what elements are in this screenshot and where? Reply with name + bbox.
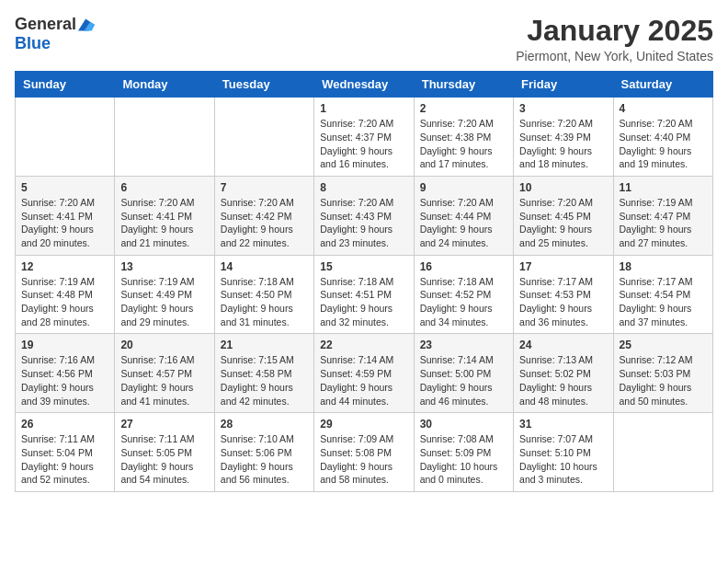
- calendar-cell: 11Sunrise: 7:19 AM Sunset: 4:47 PM Dayli…: [613, 176, 712, 255]
- day-number: 3: [519, 102, 607, 115]
- day-number: 10: [519, 181, 607, 194]
- page-title: January 2025: [516, 15, 713, 47]
- day-info: Sunrise: 7:18 AM Sunset: 4:50 PM Dayligh…: [221, 275, 308, 329]
- day-info: Sunrise: 7:20 AM Sunset: 4:39 PM Dayligh…: [519, 117, 607, 171]
- day-number: 18: [620, 260, 707, 273]
- day-info: Sunrise: 7:15 AM Sunset: 4:58 PM Dayligh…: [221, 353, 308, 408]
- calendar-table: SundayMondayTuesdayWednesdayThursdayFrid…: [15, 71, 713, 492]
- calendar-cell: 24Sunrise: 7:13 AM Sunset: 5:02 PM Dayli…: [514, 334, 613, 413]
- calendar-cell: [16, 98, 115, 177]
- calendar-cell: 5Sunrise: 7:20 AM Sunset: 4:41 PM Daylig…: [16, 176, 115, 255]
- day-number: 25: [620, 339, 707, 351]
- calendar-cell: 3Sunrise: 7:20 AM Sunset: 4:39 PM Daylig…: [514, 98, 613, 177]
- logo-general: General: [15, 15, 76, 34]
- day-number: 11: [620, 181, 707, 194]
- calendar-week-row: 5Sunrise: 7:20 AM Sunset: 4:41 PM Daylig…: [16, 176, 713, 255]
- day-info: Sunrise: 7:08 AM Sunset: 5:09 PM Dayligh…: [420, 432, 507, 487]
- logo-blue: Blue: [15, 34, 51, 53]
- day-number: 20: [120, 339, 208, 351]
- day-info: Sunrise: 7:20 AM Sunset: 4:41 PM Dayligh…: [21, 196, 108, 250]
- day-number: 31: [519, 418, 607, 431]
- calendar-cell: 26Sunrise: 7:11 AM Sunset: 5:04 PM Dayli…: [16, 413, 115, 492]
- calendar-week-row: 19Sunrise: 7:16 AM Sunset: 4:56 PM Dayli…: [16, 334, 713, 413]
- day-info: Sunrise: 7:16 AM Sunset: 4:56 PM Dayligh…: [21, 353, 108, 408]
- day-number: 19: [21, 339, 108, 351]
- calendar-header-friday: Friday: [514, 72, 613, 98]
- calendar-header-wednesday: Wednesday: [314, 72, 414, 98]
- day-number: 23: [420, 339, 507, 351]
- page-subtitle: Piermont, New York, United States: [516, 49, 713, 63]
- day-info: Sunrise: 7:17 AM Sunset: 4:54 PM Dayligh…: [620, 275, 707, 329]
- day-info: Sunrise: 7:20 AM Sunset: 4:45 PM Dayligh…: [519, 196, 607, 250]
- calendar-cell: 2Sunrise: 7:20 AM Sunset: 4:38 PM Daylig…: [414, 98, 513, 177]
- day-info: Sunrise: 7:20 AM Sunset: 4:42 PM Dayligh…: [221, 196, 308, 250]
- calendar-week-row: 12Sunrise: 7:19 AM Sunset: 4:48 PM Dayli…: [16, 255, 713, 334]
- day-number: 5: [21, 181, 108, 194]
- day-number: 6: [120, 181, 208, 194]
- calendar-header-row: SundayMondayTuesdayWednesdayThursdayFrid…: [16, 72, 713, 98]
- calendar-cell: 7Sunrise: 7:20 AM Sunset: 4:42 PM Daylig…: [214, 176, 313, 255]
- calendar-cell: 16Sunrise: 7:18 AM Sunset: 4:52 PM Dayli…: [414, 255, 513, 334]
- page-header: General Blue January 2025 Piermont, New …: [15, 15, 713, 63]
- calendar-cell: 14Sunrise: 7:18 AM Sunset: 4:50 PM Dayli…: [214, 255, 313, 334]
- day-info: Sunrise: 7:20 AM Sunset: 4:37 PM Dayligh…: [320, 117, 407, 171]
- day-number: 2: [420, 102, 507, 115]
- calendar-cell: 27Sunrise: 7:11 AM Sunset: 5:05 PM Dayli…: [115, 413, 214, 492]
- day-number: 26: [21, 418, 108, 431]
- calendar-cell: [115, 98, 214, 177]
- day-number: 17: [519, 260, 607, 273]
- day-number: 8: [320, 181, 407, 194]
- calendar-cell: 15Sunrise: 7:18 AM Sunset: 4:51 PM Dayli…: [314, 255, 414, 334]
- calendar-cell: 30Sunrise: 7:08 AM Sunset: 5:09 PM Dayli…: [414, 413, 513, 492]
- day-number: 15: [320, 260, 407, 273]
- calendar-header-saturday: Saturday: [613, 72, 712, 98]
- day-info: Sunrise: 7:07 AM Sunset: 5:10 PM Dayligh…: [519, 432, 607, 487]
- calendar-header-tuesday: Tuesday: [214, 72, 313, 98]
- day-number: 13: [120, 260, 208, 273]
- day-info: Sunrise: 7:20 AM Sunset: 4:44 PM Dayligh…: [420, 196, 507, 250]
- day-info: Sunrise: 7:20 AM Sunset: 4:38 PM Dayligh…: [420, 117, 507, 171]
- day-number: 14: [221, 260, 308, 273]
- calendar-cell: 10Sunrise: 7:20 AM Sunset: 4:45 PM Dayli…: [514, 176, 613, 255]
- day-info: Sunrise: 7:20 AM Sunset: 4:40 PM Dayligh…: [620, 117, 707, 171]
- calendar-cell: 23Sunrise: 7:14 AM Sunset: 5:00 PM Dayli…: [414, 334, 513, 413]
- calendar-cell: 12Sunrise: 7:19 AM Sunset: 4:48 PM Dayli…: [16, 255, 115, 334]
- calendar-cell: 19Sunrise: 7:16 AM Sunset: 4:56 PM Dayli…: [16, 334, 115, 413]
- day-info: Sunrise: 7:18 AM Sunset: 4:52 PM Dayligh…: [420, 275, 507, 329]
- calendar-cell: 17Sunrise: 7:17 AM Sunset: 4:53 PM Dayli…: [514, 255, 613, 334]
- day-number: 27: [120, 418, 208, 431]
- day-number: 16: [420, 260, 507, 273]
- day-number: 4: [620, 102, 707, 115]
- day-number: 30: [420, 418, 507, 431]
- calendar-cell: 6Sunrise: 7:20 AM Sunset: 4:41 PM Daylig…: [115, 176, 214, 255]
- calendar-cell: 9Sunrise: 7:20 AM Sunset: 4:44 PM Daylig…: [414, 176, 513, 255]
- logo-icon: [78, 18, 95, 31]
- day-number: 24: [519, 339, 607, 351]
- day-number: 1: [320, 102, 407, 115]
- calendar-cell: 31Sunrise: 7:07 AM Sunset: 5:10 PM Dayli…: [514, 413, 613, 492]
- calendar-cell: [214, 98, 313, 177]
- day-info: Sunrise: 7:16 AM Sunset: 4:57 PM Dayligh…: [120, 353, 208, 408]
- calendar-header-thursday: Thursday: [414, 72, 513, 98]
- calendar-week-row: 26Sunrise: 7:11 AM Sunset: 5:04 PM Dayli…: [16, 413, 713, 492]
- calendar-cell: 8Sunrise: 7:20 AM Sunset: 4:43 PM Daylig…: [314, 176, 414, 255]
- day-number: 21: [221, 339, 308, 351]
- calendar-cell: 25Sunrise: 7:12 AM Sunset: 5:03 PM Dayli…: [613, 334, 712, 413]
- day-info: Sunrise: 7:10 AM Sunset: 5:06 PM Dayligh…: [221, 432, 308, 487]
- day-info: Sunrise: 7:18 AM Sunset: 4:51 PM Dayligh…: [320, 275, 407, 329]
- day-info: Sunrise: 7:11 AM Sunset: 5:05 PM Dayligh…: [120, 432, 208, 487]
- calendar-cell: 1Sunrise: 7:20 AM Sunset: 4:37 PM Daylig…: [314, 98, 414, 177]
- calendar-cell: 4Sunrise: 7:20 AM Sunset: 4:40 PM Daylig…: [613, 98, 712, 177]
- calendar-header-sunday: Sunday: [16, 72, 115, 98]
- calendar-cell: 28Sunrise: 7:10 AM Sunset: 5:06 PM Dayli…: [214, 413, 313, 492]
- calendar-cell: 29Sunrise: 7:09 AM Sunset: 5:08 PM Dayli…: [314, 413, 414, 492]
- title-block: January 2025 Piermont, New York, United …: [516, 15, 713, 63]
- logo: General Blue: [15, 15, 95, 53]
- day-info: Sunrise: 7:17 AM Sunset: 4:53 PM Dayligh…: [519, 275, 607, 329]
- day-info: Sunrise: 7:19 AM Sunset: 4:49 PM Dayligh…: [120, 275, 208, 329]
- calendar-cell: 18Sunrise: 7:17 AM Sunset: 4:54 PM Dayli…: [613, 255, 712, 334]
- calendar-cell: 22Sunrise: 7:14 AM Sunset: 4:59 PM Dayli…: [314, 334, 414, 413]
- day-number: 7: [221, 181, 308, 194]
- day-info: Sunrise: 7:12 AM Sunset: 5:03 PM Dayligh…: [620, 353, 707, 408]
- day-number: 28: [221, 418, 308, 431]
